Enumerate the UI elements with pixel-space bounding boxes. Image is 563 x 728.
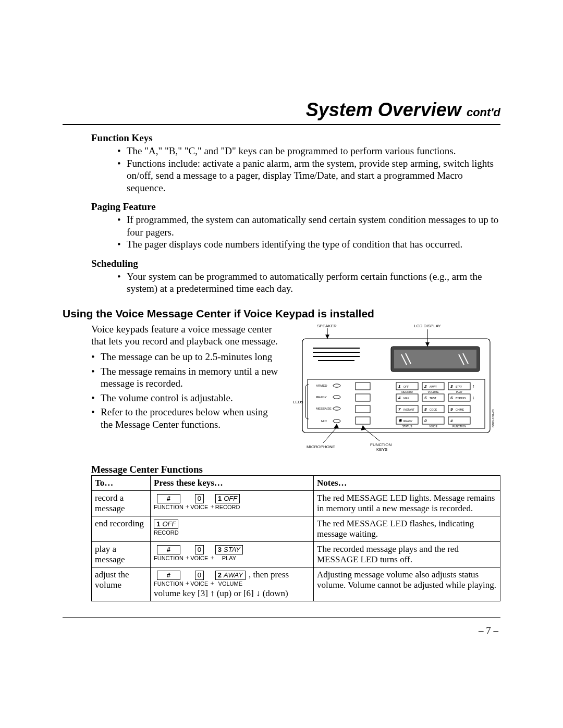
key-sublabel: RECORD — [154, 529, 179, 536]
cell-footer: volume key [3] ↑ (up) or [6] ↓ (down) — [154, 588, 310, 599]
svg-rect-23 — [356, 417, 370, 424]
svg-text:RECORD: RECORD — [401, 390, 413, 393]
key-sublabel: RECORD — [215, 504, 240, 511]
svg-text:✱: ✱ — [398, 418, 402, 423]
page-title: System Overview cont'd — [63, 99, 500, 125]
svg-rect-22 — [356, 405, 370, 413]
keypad-svg: SPEAKER LCD DISPLAY ARMED READY MESSAGE … — [292, 323, 500, 453]
voice-center-row: Voice keypads feature a voice message ce… — [63, 323, 500, 455]
svg-text:3: 3 — [450, 384, 453, 389]
plus-icon: + — [210, 579, 214, 587]
page-number: – 7 – — [63, 625, 500, 636]
svg-text:↑: ↑ — [472, 384, 475, 389]
cell-keys: #FUNCTION+0VOICE+3STAYPLAY — [151, 542, 314, 567]
svg-text:BYPASS: BYPASS — [456, 397, 466, 400]
svg-rect-2 — [394, 350, 476, 368]
led-ready: READY — [316, 396, 327, 399]
label-microphone: MICROPHONE — [307, 445, 335, 449]
list-item: The volume control is adjustable. — [91, 392, 282, 404]
footer-rule — [63, 617, 500, 618]
heading-paging: Paging Feature — [91, 201, 500, 213]
svg-text:2: 2 — [424, 384, 427, 389]
keypad-key: 0 — [195, 494, 204, 503]
keypad-key: 1OFF — [154, 520, 178, 529]
svg-text:8: 8 — [424, 407, 427, 412]
svg-text:AWAY: AWAY — [430, 385, 437, 388]
cell-suffix: , then press — [247, 570, 289, 579]
svg-text:5: 5 — [424, 396, 427, 400]
svg-text:↓: ↓ — [472, 395, 475, 400]
svg-text:FUNCTION: FUNCTION — [452, 425, 466, 428]
svg-text:CHIME: CHIME — [456, 408, 464, 411]
cell-notes: Adjusting message volume also adjusts st… — [314, 567, 500, 601]
svg-marker-12 — [325, 335, 329, 339]
key-sublabel: PLAY — [215, 555, 243, 562]
svg-text:OFF: OFF — [403, 385, 409, 388]
key-sublabel: VOLUME — [215, 581, 246, 587]
keypad-key: # — [157, 571, 180, 580]
label-speaker: SPEAKER — [317, 324, 337, 328]
svg-text:STATUS: STATUS — [402, 425, 413, 428]
key-sublabel: FUNCTION — [154, 555, 183, 562]
title-main: System Overview — [306, 99, 461, 120]
cell-to: adjust the volume — [92, 567, 151, 601]
keypad-key: 1OFF — [215, 494, 240, 503]
plus-icon: + — [186, 554, 189, 562]
cell-to: play a message — [92, 542, 151, 567]
key-sublabel: VOICE — [190, 504, 208, 511]
svg-text:READY: READY — [403, 419, 413, 423]
table-row: play a message#FUNCTION+0VOICE+3STAYPLAY… — [92, 542, 500, 567]
svg-text:INSTANT: INSTANT — [403, 408, 414, 411]
list-item: Refer to the procedures below when using… — [91, 406, 282, 430]
keypad-key: 2AWAY — [215, 571, 246, 580]
svg-text:1: 1 — [398, 384, 401, 389]
table-heading: Message Center Functions — [91, 464, 500, 475]
svg-rect-21 — [356, 394, 370, 401]
message-center-table: To… Press these keys… Notes… record a me… — [91, 475, 500, 601]
label-leds: LEDs — [293, 400, 303, 404]
document-page: System Overview cont'd Function Keys The… — [0, 0, 563, 728]
led-armed: ARMED — [316, 384, 327, 387]
svg-text:MAX: MAX — [403, 397, 410, 400]
cell-notes: The red MESSAGE LED flashes, indicating … — [314, 516, 500, 542]
svg-text:9: 9 — [450, 407, 453, 412]
label-lcd-1: LCD DISPLAY — [414, 324, 441, 328]
keypad-diagram: SPEAKER LCD DISPLAY ARMED READY MESSAGE … — [292, 323, 500, 455]
svg-text:PLAY: PLAY — [456, 390, 463, 393]
numeric-keypad: 1OFF2AWAY3STAY↑RECORDVOLUMEPLAY4MAX5TEST… — [396, 382, 475, 428]
keypad-key: # — [157, 494, 180, 503]
plus-icon: + — [210, 503, 214, 511]
heading-scheduling: Scheduling — [91, 258, 500, 269]
svg-text:7: 7 — [398, 407, 401, 412]
svg-text:#: # — [450, 418, 453, 423]
voice-intro: Voice keypads feature a voice message ce… — [63, 323, 282, 348]
plus-icon: + — [186, 579, 189, 587]
list-item: Your system can be programmed to automat… — [117, 270, 500, 295]
voice-center-text: Voice keypads feature a voice message ce… — [63, 323, 282, 455]
svg-text:STAY: STAY — [456, 385, 462, 388]
svg-text:VOLUME: VOLUME — [427, 390, 439, 393]
svg-point-18 — [333, 407, 340, 410]
voice-bullets: The message can be up to 2.5-minutes lon… — [63, 351, 282, 430]
table-row: record a message#FUNCTION+0VOICE+1OFFREC… — [92, 490, 500, 516]
key-sublabel: FUNCTION — [154, 581, 183, 587]
heading-function-keys: Function Keys — [91, 132, 500, 144]
title-sub: cont'd — [467, 106, 500, 119]
list-item: The message remains in memory until a ne… — [91, 365, 282, 390]
svg-point-17 — [333, 396, 340, 399]
key-sublabel: FUNCTION — [154, 504, 183, 511]
plus-icon: + — [210, 554, 214, 562]
svg-point-16 — [333, 384, 340, 387]
mic-label: MIC — [321, 419, 327, 423]
plus-icon: + — [186, 503, 189, 511]
table-row: adjust the volume#FUNCTION+0VOICE+2AWAYV… — [92, 567, 500, 601]
list-item: The "A," "B," "C," and "D" keys can be p… — [117, 145, 500, 157]
th-to: To… — [92, 475, 151, 490]
cell-to: end recording — [92, 516, 151, 542]
table-row: end recording1OFFRECORDThe red MESSAGE L… — [92, 516, 500, 542]
list-item: Functions include: activate a panic alar… — [117, 157, 500, 194]
list-item: The message can be up to 2.5-minutes lon… — [91, 351, 282, 363]
list-scheduling: Your system can be programmed to automat… — [63, 270, 500, 295]
svg-text:CODE: CODE — [430, 408, 437, 411]
heading-voice-center: Using the Voice Message Center if Voice … — [63, 307, 500, 320]
